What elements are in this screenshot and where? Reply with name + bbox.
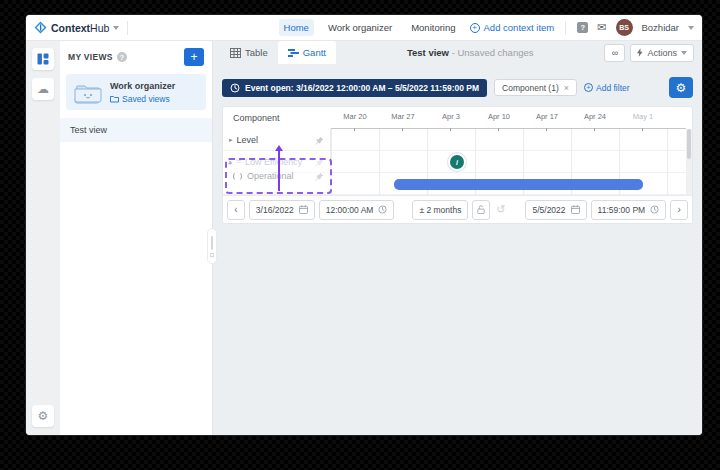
cloud-panel-button[interactable]: ☁ bbox=[32, 78, 54, 100]
date-label: Apr 10 bbox=[475, 112, 523, 121]
saved-views-link[interactable]: Saved views bbox=[110, 94, 175, 104]
add-context-item-button[interactable]: + Add context item bbox=[470, 22, 555, 33]
sidebar-help-icon[interactable]: ? bbox=[117, 52, 127, 62]
lightning-icon bbox=[637, 48, 643, 57]
app-logo[interactable]: ContextHub bbox=[34, 21, 119, 34]
user-name[interactable]: Bozhidar bbox=[642, 22, 680, 33]
my-views-sidebar: MY VIEWS ? + Work organizer bbox=[60, 41, 213, 435]
logo-chevron-down-icon[interactable] bbox=[113, 26, 119, 30]
app-window: ContextHub Home Work organizer Monitorin… bbox=[26, 15, 702, 435]
component-filter-chip[interactable]: Component (1) × bbox=[494, 79, 577, 96]
gantt-scrollbar[interactable] bbox=[686, 129, 692, 195]
event-open-banner: Event open: 3/16/2022 12:00:00 AM – 5/5/… bbox=[222, 79, 487, 97]
top-nav-right: Home Work organizer Monitoring + Add con… bbox=[279, 19, 694, 36]
cloud-icon: ☁ bbox=[37, 83, 49, 95]
nav-item-monitoring[interactable]: Monitoring bbox=[406, 19, 460, 36]
view-title-area: Test view - Unsaved changes bbox=[336, 47, 605, 58]
actions-chevron-down-icon bbox=[681, 51, 687, 55]
view-status: Unsaved changes bbox=[457, 47, 533, 58]
tab-gantt[interactable]: Gantt bbox=[278, 41, 336, 64]
logo-diamond-icon bbox=[34, 21, 47, 34]
nav-item-work-organizer[interactable]: Work organizer bbox=[323, 19, 397, 36]
work-organizer-card-text: Work organizer Saved views bbox=[110, 81, 175, 104]
prev-period-button[interactable]: ‹ bbox=[227, 200, 245, 220]
date-range-controls: ‹ 3/16/2022 12:00:00 AM ± 2 months bbox=[223, 195, 692, 223]
date-label: Mar 20 bbox=[331, 112, 379, 121]
mail-icon[interactable]: ✉ bbox=[597, 22, 606, 33]
divider bbox=[565, 21, 566, 35]
gantt-icon bbox=[288, 48, 299, 58]
actions-button[interactable]: Actions bbox=[630, 44, 694, 62]
start-time-input[interactable]: 12:00:00 AM bbox=[319, 200, 395, 220]
view-title: Test view bbox=[407, 47, 449, 58]
end-time-input[interactable]: 11:59:00 PM bbox=[591, 200, 667, 220]
user-avatar[interactable]: BS bbox=[616, 19, 633, 36]
app-body: ☁ ⚙ MY VIEWS ? + W bbox=[26, 41, 702, 435]
layout-grid-icon bbox=[37, 53, 49, 65]
date-label: Apr 17 bbox=[523, 112, 571, 121]
gantt-settings-button[interactable]: ⚙ bbox=[669, 77, 693, 98]
folder-illustration-icon bbox=[73, 80, 103, 104]
timeline-header: Mar 20 Mar 27 Apr 3 Apr 10 Apr 17 Apr 24… bbox=[331, 107, 686, 129]
logo-text: ContextHub bbox=[51, 22, 109, 34]
event-marker[interactable]: i bbox=[450, 155, 464, 169]
expand-arrow-icon[interactable]: ▸ bbox=[229, 136, 233, 144]
gantt-bar-low-efficiency[interactable] bbox=[394, 179, 643, 190]
card-title: Work organizer bbox=[110, 81, 175, 91]
sidebar-title: MY VIEWS bbox=[68, 52, 113, 62]
clock-icon bbox=[378, 205, 387, 214]
user-menu-chevron-down-icon[interactable] bbox=[688, 26, 694, 30]
end-date-input[interactable]: 5/5/2022 bbox=[525, 200, 586, 220]
component-column-header: Component bbox=[223, 107, 331, 129]
start-date-input[interactable]: 3/16/2022 bbox=[249, 200, 315, 220]
ghost-label: Operational bbox=[247, 171, 294, 181]
reset-range-icon: ↺ bbox=[494, 203, 507, 216]
next-period-button[interactable]: › bbox=[670, 200, 688, 220]
calendar-icon bbox=[299, 205, 308, 214]
date-label: Mar 27 bbox=[379, 112, 427, 121]
lock-range-button[interactable] bbox=[472, 200, 490, 220]
pin-icon bbox=[315, 167, 324, 185]
gantt-panel: Component Mar 20 Mar 27 Apr 3 Apr 10 Apr… bbox=[222, 106, 693, 224]
range-span-control[interactable]: ± 2 months bbox=[412, 200, 468, 220]
remove-filter-icon[interactable]: × bbox=[564, 83, 569, 93]
sync-spinner-icon bbox=[233, 172, 242, 181]
header-buttons: ∞ Actions bbox=[604, 44, 694, 62]
share-link-button[interactable]: ∞ bbox=[604, 44, 625, 62]
view-tab-bar: Table Gantt Test view - Unsaved changes … bbox=[213, 41, 702, 64]
gear-icon: ⚙ bbox=[38, 410, 49, 422]
work-organizer-card[interactable]: Work organizer Saved views bbox=[66, 74, 206, 110]
gantt-row-level bbox=[331, 129, 686, 151]
add-view-button[interactable]: + bbox=[184, 48, 204, 66]
date-label: Apr 3 bbox=[427, 112, 475, 121]
sidebar-resize-handle[interactable] bbox=[207, 228, 217, 264]
help-icon[interactable]: ? bbox=[577, 22, 588, 33]
unlock-icon bbox=[477, 205, 485, 214]
clock-icon bbox=[230, 83, 240, 93]
add-filter-button[interactable]: + Add filter bbox=[584, 83, 630, 93]
gantt-row-low-efficiency bbox=[331, 151, 686, 173]
sidebar-item-test-view[interactable]: Test view bbox=[60, 118, 212, 142]
link-icon: ∞ bbox=[612, 48, 618, 58]
left-icon-rail: ☁ ⚙ bbox=[26, 41, 60, 435]
calendar-icon bbox=[571, 205, 580, 214]
filter-row: Event open: 3/16/2022 12:00:00 AM – 5/5/… bbox=[222, 78, 693, 97]
clock-icon bbox=[650, 205, 659, 214]
nav-item-home[interactable]: Home bbox=[279, 19, 314, 36]
settings-button[interactable]: ⚙ bbox=[32, 405, 54, 427]
move-handle-icon: + bbox=[228, 160, 232, 167]
table-icon bbox=[230, 48, 241, 58]
main-content: Table Gantt Test view - Unsaved changes … bbox=[213, 41, 702, 435]
gantt-timeline-area: i bbox=[331, 129, 686, 195]
date-label: May 1 bbox=[619, 112, 667, 121]
date-label: Apr 24 bbox=[571, 112, 619, 121]
gear-icon: ⚙ bbox=[676, 81, 687, 95]
plus-circle-icon: + bbox=[470, 23, 480, 33]
pin-icon[interactable] bbox=[315, 131, 324, 149]
scrollbar-thumb[interactable] bbox=[687, 129, 691, 159]
tab-table[interactable]: Table bbox=[222, 41, 276, 64]
folder-icon bbox=[110, 95, 119, 103]
views-panel-button[interactable] bbox=[32, 48, 54, 70]
plus-circle-icon: + bbox=[584, 83, 593, 92]
top-navigation-bar: ContextHub Home Work organizer Monitorin… bbox=[26, 15, 702, 41]
